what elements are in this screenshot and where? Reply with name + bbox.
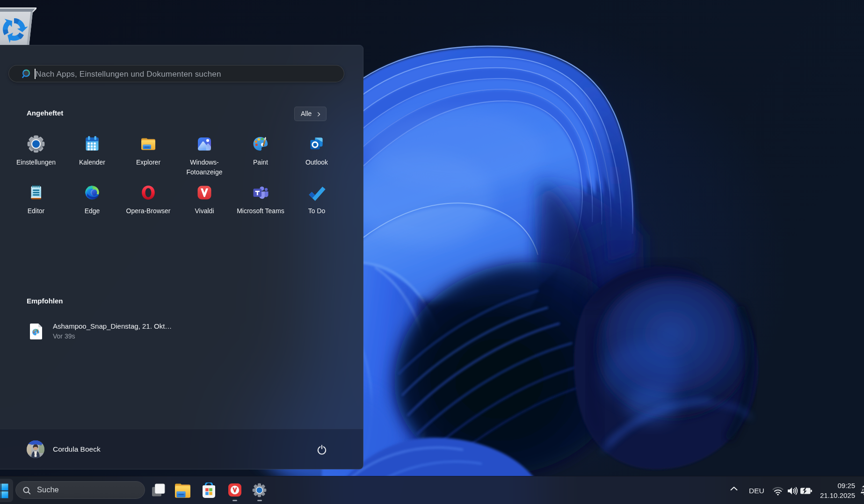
- svg-text:z: z: [862, 488, 864, 492]
